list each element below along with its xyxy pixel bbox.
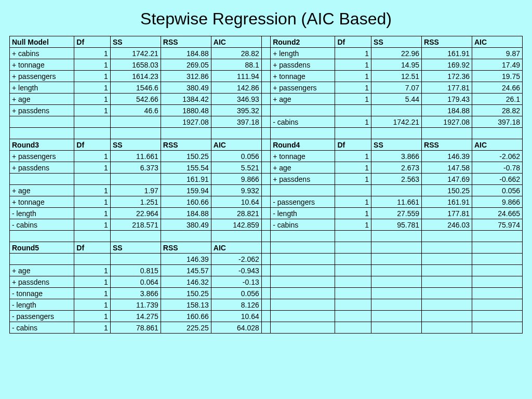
row-df: 1 bbox=[74, 94, 111, 105]
row-ss: 3.866 bbox=[371, 151, 422, 162]
header-row: Round5DfSSRSSAIC bbox=[10, 242, 523, 254]
row-df bbox=[74, 116, 111, 128]
row-label: - cabins bbox=[271, 116, 335, 128]
row-df: 1 bbox=[74, 322, 111, 334]
row-df bbox=[335, 185, 371, 196]
row-aic: -2.062 bbox=[211, 254, 261, 265]
row-label: - passengers bbox=[271, 196, 335, 208]
row-label bbox=[10, 116, 74, 128]
row-df: 1 bbox=[74, 196, 111, 208]
col-rss: RSS bbox=[422, 139, 472, 151]
col-rss: RSS bbox=[161, 242, 211, 254]
row-rss: 184.88 bbox=[422, 105, 472, 116]
table-row: - length122.964184.8828.821- length127.5… bbox=[10, 208, 523, 219]
row-aic: 9.866 bbox=[211, 174, 261, 185]
row-ss bbox=[371, 105, 422, 116]
row-ss: 14.95 bbox=[371, 59, 422, 71]
row-aic: 111.94 bbox=[211, 71, 261, 82]
row-ss: 1742.21 bbox=[110, 48, 161, 59]
row-ss bbox=[110, 254, 161, 265]
row-aic: 64.028 bbox=[211, 322, 261, 334]
col-rss: RSS bbox=[161, 139, 211, 151]
row-rss: 146.32 bbox=[161, 276, 211, 288]
row-df: 1 bbox=[74, 288, 111, 299]
row-rss: 169.92 bbox=[422, 59, 472, 71]
row-rss: 312.86 bbox=[161, 71, 211, 82]
table-row: - passengers114.275160.6610.64 bbox=[10, 311, 523, 322]
row-aic: 5.521 bbox=[211, 162, 261, 174]
row-rss: 150.25 bbox=[161, 151, 211, 162]
row-ss bbox=[110, 174, 161, 185]
row-ss: 1614.23 bbox=[110, 71, 161, 82]
page-title: Stepwise Regression (AIC Based) bbox=[0, 0, 532, 36]
row-ss: 22.96 bbox=[371, 48, 422, 59]
row-ss: 542.66 bbox=[110, 94, 161, 105]
block-name: Round4 bbox=[271, 139, 335, 151]
table-row: + tonnage11.251160.6610.64- passengers11… bbox=[10, 196, 523, 208]
row-label: + passengers bbox=[10, 71, 74, 82]
table-row: + age10.815145.57-0.943 bbox=[10, 265, 523, 276]
row-aic: 9.87 bbox=[472, 48, 522, 59]
block-name: Round5 bbox=[10, 242, 74, 254]
row-label: + age bbox=[10, 94, 74, 105]
row-rss: 380.49 bbox=[161, 82, 211, 94]
row-label: + length bbox=[271, 48, 335, 59]
row-ss bbox=[110, 116, 161, 128]
row-rss: 172.36 bbox=[422, 71, 472, 82]
table-row: 161.919.866+ passdens12.563147.69-0.662 bbox=[10, 174, 523, 185]
row-label: + age bbox=[271, 162, 335, 174]
row-label: + cabins bbox=[10, 48, 74, 59]
row-ss: 1.97 bbox=[110, 185, 161, 196]
row-aic: 28.821 bbox=[211, 208, 261, 219]
row-df: 1 bbox=[74, 311, 111, 322]
row-label: + passengers bbox=[271, 82, 335, 94]
col-ss bbox=[371, 242, 422, 254]
table-row: 1927.08397.18- cabins11742.211927.08397.… bbox=[10, 116, 523, 128]
row-df: 1 bbox=[335, 48, 371, 59]
row-ss: 1546.6 bbox=[110, 82, 161, 94]
row-df: 1 bbox=[335, 116, 371, 128]
row-ss: 1742.21 bbox=[371, 116, 422, 128]
regression-table: Null ModelDfSSRSSAICRound2DfSSRSSAIC+ ca… bbox=[9, 36, 523, 334]
col-rss: RSS bbox=[161, 36, 211, 48]
header-row: Round3DfSSRSSAICRound4DfSSRSSAIC bbox=[10, 139, 523, 151]
row-label: - tonnage bbox=[10, 288, 74, 299]
row-ss: 11.739 bbox=[110, 299, 161, 311]
col-df: Df bbox=[335, 36, 371, 48]
row-rss: 146.39 bbox=[161, 254, 211, 265]
row-rss: 225.25 bbox=[161, 322, 211, 334]
table-row: - cabins178.861225.2564.028 bbox=[10, 322, 523, 334]
col-df: Df bbox=[74, 139, 111, 151]
row-df: 1 bbox=[335, 208, 371, 219]
row-label: - cabins bbox=[10, 219, 74, 231]
row-aic: 19.75 bbox=[472, 71, 522, 82]
row-ss: 0.815 bbox=[110, 265, 161, 276]
col-aic: AIC bbox=[472, 36, 522, 48]
row-aic: 0.056 bbox=[211, 151, 261, 162]
row-aic: -0.943 bbox=[211, 265, 261, 276]
col-rss bbox=[422, 242, 472, 254]
row-ss: 11.661 bbox=[110, 151, 161, 162]
row-label: + passdens bbox=[10, 162, 74, 174]
col-df: Df bbox=[335, 139, 371, 151]
row-rss: 179.43 bbox=[422, 94, 472, 105]
row-ss: 6.373 bbox=[110, 162, 161, 174]
table-row: + passdens16.373155.545.521+ age12.67314… bbox=[10, 162, 523, 174]
table-row: + passdens146.61880.48395.32184.8828.82 bbox=[10, 105, 523, 116]
block-name: Round3 bbox=[10, 139, 74, 151]
row-ss: 11.661 bbox=[371, 196, 422, 208]
row-ss: 218.571 bbox=[110, 219, 161, 231]
block-name: Null Model bbox=[10, 36, 74, 48]
table-row: - tonnage13.866150.250.056 bbox=[10, 288, 523, 299]
row-label: - length bbox=[271, 208, 335, 219]
row-df: 1 bbox=[74, 151, 111, 162]
row-rss: 150.25 bbox=[161, 288, 211, 299]
row-rss: 1384.42 bbox=[161, 94, 211, 105]
row-ss: 5.44 bbox=[371, 94, 422, 105]
row-df: 1 bbox=[335, 59, 371, 71]
row-df: 1 bbox=[74, 276, 111, 288]
row-ss: 95.781 bbox=[371, 219, 422, 231]
row-label: - length bbox=[10, 208, 74, 219]
row-aic: 397.18 bbox=[472, 116, 522, 128]
row-ss: 46.6 bbox=[110, 105, 161, 116]
